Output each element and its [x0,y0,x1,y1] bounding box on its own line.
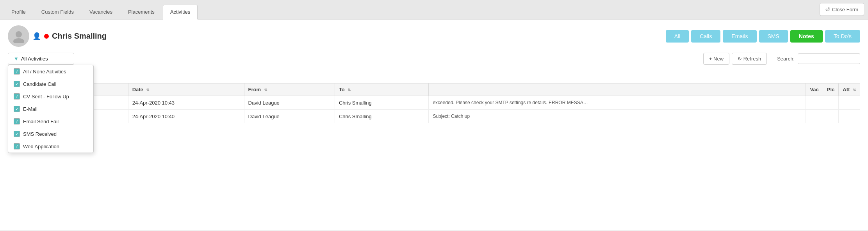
tab-bar: Profile Custom Fields Vacancies Placemen… [0,0,868,20]
row2-date-text: 24-Apr-2020 10:40 [132,114,175,119]
check-cv-sent-icon: ✓ [14,93,20,100]
toolbar-row: ▼ All Activities ✓ All / None Activities… [8,53,860,65]
check-email-fail-icon: ✓ [14,118,20,124]
filter-all-button[interactable]: All [666,30,689,43]
activities-dropdown-button[interactable]: ▼ All Activities [8,53,74,65]
row2-to-cell: Chris Smalling [335,110,428,123]
check-email-icon: ✓ [14,106,20,112]
sort-date-icon: ⇅ [146,88,149,92]
sort-from-icon: ⇅ [264,88,267,92]
check-web-app-icon: ✓ [14,143,20,149]
row2-date-cell: 24-Apr-2020 10:40 [128,110,244,123]
search-section: Search: [777,53,860,64]
tab-custom-fields[interactable]: Custom Fields [34,5,81,19]
check-all-none-icon: ✓ [14,68,20,75]
refresh-button[interactable]: ↻ Refresh [732,53,767,65]
table-header-row: ⇅ Type ⇅ Date ⇅ From ⇅ To ⇅ [8,84,860,96]
col-header-vac[interactable]: Vac [806,84,823,96]
tab-profile[interactable]: Profile [4,5,33,19]
col-header-date[interactable]: Date ⇅ [128,84,244,96]
activities-dropdown: ▼ All Activities ✓ All / None Activities… [8,53,74,65]
row2-att-cell [839,110,860,123]
dropdown-item-cv-sent-label: CV Sent - Follow Up [23,94,69,100]
filter-buttons: All Calls Emails SMS Notes To Do's [666,30,860,43]
dropdown-item-email-fail-label: Email Send Fail [23,119,59,124]
row2-to-text: Chris Smalling [339,114,372,119]
row1-from-text: David League [248,100,280,106]
dropdown-item-email[interactable]: ✓ E-Mail [8,103,93,115]
row1-vac-cell [806,96,823,110]
dropdown-item-web-application[interactable]: ✓ Web Application [8,140,93,153]
tab-placements[interactable]: Placements [121,5,162,19]
col-header-att[interactable]: Att ⇅ [839,84,860,96]
user-name: Chris Smalling [52,32,107,41]
dropdown-item-web-app-label: Web Application [23,144,59,149]
filter-calls-button[interactable]: Calls [691,30,720,43]
dropdown-item-sms-received[interactable]: ✓ SMS Received [8,128,93,140]
row1-date-cell: 24-Apr-2020 10:43 [128,96,244,110]
new-button[interactable]: + New [703,53,729,65]
filter-sms-button[interactable]: SMS [759,30,788,43]
tab-activities[interactable]: Activities [163,5,198,20]
col-header-notes [429,84,806,96]
col-att-label: Att [843,87,850,92]
filter-todos-button[interactable]: To Do's [825,30,860,43]
svg-point-0 [16,31,22,37]
col-header-plc[interactable]: Plc [823,84,839,96]
col-date-label: Date [132,87,143,92]
dropdown-item-email-label: E-Mail [23,106,37,112]
row1-to-cell: Chris Smalling [335,96,428,110]
col-header-from[interactable]: From ⇅ [244,84,335,96]
filter-emails-button[interactable]: Emails [723,30,756,43]
activities-dropdown-label: All Activities [21,56,48,62]
row1-notes-text: exceeded. Please check your SMTP setting… [433,100,589,105]
row1-to-text: Chris Smalling [339,100,372,106]
search-label: Search: [777,56,795,62]
row1-plc-cell [823,96,839,110]
dropdown-item-sms-label: SMS Received [23,131,57,137]
avatar [8,25,29,47]
table-row: ▣ Email Send Fail 24-Apr-2020 10:43 Davi… [8,96,860,110]
search-input[interactable] [798,53,860,64]
row2-notes-text: Subject: Catch up [433,114,589,119]
row1-from-cell: David League [244,96,335,110]
avatar-section: 👤 Chris Smalling [8,25,107,47]
col-to-label: To [339,87,345,92]
sort-to-icon: ⇅ [348,88,351,92]
row1-date-text: 24-Apr-2020 10:43 [132,100,175,106]
dropdown-item-all-none[interactable]: ✓ All / None Activities [8,65,93,78]
activities-table: ⇅ Type ⇅ Date ⇅ From ⇅ To ⇅ [8,83,860,123]
dropdown-item-candidate-call[interactable]: ✓ Candidate Call [8,78,93,90]
col-vac-label: Vac [810,87,818,92]
col-plc-label: Plc [827,87,835,92]
close-form-label: Close Form [832,7,858,12]
col-header-to[interactable]: To ⇅ [335,84,428,96]
show-entries-row: Show 10 25 50 100 entries [8,69,860,78]
check-sms-icon: ✓ [14,131,20,137]
dropdown-item-all-none-label: All / None Activities [23,69,66,75]
action-buttons: + New ↻ Refresh Search: [703,53,860,65]
table-row: ▣ E-Mail 24-Apr-2020 10:40 David League … [8,110,860,123]
filter-notes-button[interactable]: Notes [790,30,823,43]
dropdown-arrow-icon: ▼ [14,56,19,62]
main-content: 👤 Chris Smalling All Calls Emails SMS No… [0,20,868,230]
row2-vac-cell [806,110,823,123]
close-form-icon: ⏎ [825,7,830,12]
row1-att-cell [839,96,860,110]
user-tag-icon: 👤 [32,32,41,41]
dropdown-item-email-send-fail[interactable]: ✓ Email Send Fail [8,115,93,128]
dropdown-item-cv-sent[interactable]: ✓ CV Sent - Follow Up [8,90,93,103]
activities-dropdown-menu: ✓ All / None Activities ✓ Candidate Call… [8,65,94,153]
header-row: 👤 Chris Smalling All Calls Emails SMS No… [8,25,860,47]
dropdown-item-candidate-call-label: Candidate Call [23,81,56,87]
tab-vacancies[interactable]: Vacancies [82,5,120,19]
svg-point-1 [13,38,24,43]
row2-from-text: David League [248,114,280,119]
check-candidate-call-icon: ✓ [14,81,20,87]
row2-notes-cell: Subject: Catch up [429,110,806,123]
row1-notes-cell: exceeded. Please check your SMTP setting… [429,96,806,110]
col-from-label: From [248,87,261,92]
close-form-button[interactable]: ⏎ Close Form [820,3,864,16]
row2-from-cell: David League [244,110,335,123]
sort-att-icon: ⇅ [853,88,856,92]
